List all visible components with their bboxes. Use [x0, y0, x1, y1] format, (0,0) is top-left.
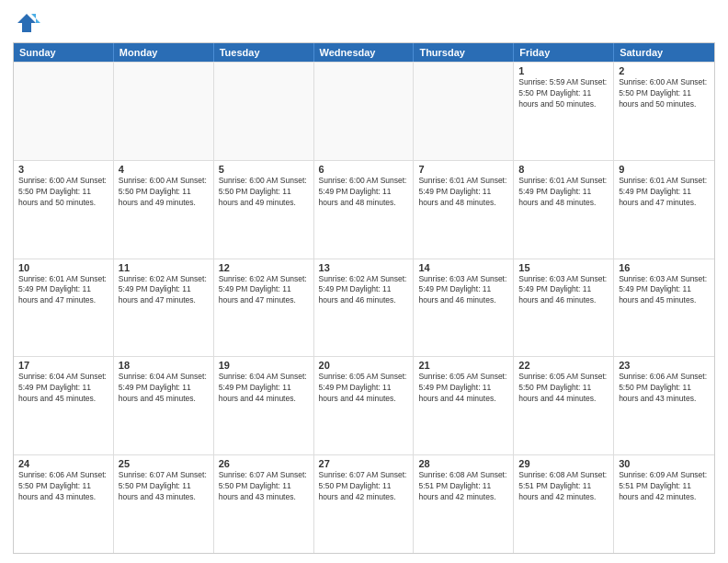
day-number: 5 — [219, 164, 309, 175]
header — [13, 9, 715, 37]
weekday-header: Monday — [114, 43, 214, 62]
calendar-cell: 25Sunrise: 6:07 AM Sunset: 5:50 PM Dayli… — [114, 455, 214, 553]
calendar-cell: 27Sunrise: 6:07 AM Sunset: 5:50 PM Dayli… — [314, 455, 415, 553]
day-info: Sunrise: 6:03 AM Sunset: 5:49 PM Dayligh… — [418, 274, 508, 307]
weekday-header: Thursday — [414, 43, 514, 62]
day-info: Sunrise: 6:04 AM Sunset: 5:49 PM Dayligh… — [119, 372, 209, 405]
day-number: 15 — [518, 262, 609, 273]
calendar-cell — [14, 63, 114, 160]
calendar: SundayMondayTuesdayWednesdayThursdayFrid… — [13, 42, 715, 554]
day-info: Sunrise: 6:02 AM Sunset: 5:49 PM Dayligh… — [219, 274, 309, 307]
weekday-header: Sunday — [14, 43, 114, 62]
calendar-cell: 21Sunrise: 6:05 AM Sunset: 5:49 PM Dayli… — [414, 357, 514, 454]
day-info: Sunrise: 6:07 AM Sunset: 5:50 PM Dayligh… — [119, 470, 209, 503]
day-info: Sunrise: 6:07 AM Sunset: 5:50 PM Dayligh… — [219, 470, 309, 503]
day-number: 9 — [619, 164, 710, 175]
day-number: 12 — [219, 262, 309, 273]
day-number: 13 — [319, 262, 409, 273]
calendar-row: 17Sunrise: 6:04 AM Sunset: 5:49 PM Dayli… — [14, 356, 714, 454]
calendar-cell: 29Sunrise: 6:08 AM Sunset: 5:51 PM Dayli… — [514, 455, 614, 553]
calendar-cell: 16Sunrise: 6:03 AM Sunset: 5:49 PM Dayli… — [614, 259, 714, 357]
day-info: Sunrise: 6:01 AM Sunset: 5:49 PM Dayligh… — [518, 176, 609, 209]
calendar-body: 1Sunrise: 5:59 AM Sunset: 5:50 PM Daylig… — [14, 62, 714, 553]
calendar-cell: 18Sunrise: 6:04 AM Sunset: 5:49 PM Dayli… — [114, 357, 214, 454]
calendar-row: 10Sunrise: 6:01 AM Sunset: 5:49 PM Dayli… — [14, 259, 714, 357]
day-number: 27 — [319, 458, 409, 469]
calendar-cell — [414, 63, 514, 160]
day-number: 1 — [518, 65, 609, 76]
day-info: Sunrise: 6:06 AM Sunset: 5:50 PM Dayligh… — [619, 372, 710, 405]
day-info: Sunrise: 6:01 AM Sunset: 5:49 PM Dayligh… — [418, 176, 508, 209]
day-number: 29 — [518, 458, 609, 469]
day-info: Sunrise: 6:02 AM Sunset: 5:49 PM Dayligh… — [319, 274, 409, 307]
calendar-cell: 9Sunrise: 6:01 AM Sunset: 5:49 PM Daylig… — [614, 161, 714, 259]
day-number: 21 — [418, 360, 508, 371]
day-number: 8 — [518, 164, 609, 175]
calendar-cell: 5Sunrise: 6:00 AM Sunset: 5:50 PM Daylig… — [214, 161, 314, 259]
calendar-header: SundayMondayTuesdayWednesdayThursdayFrid… — [14, 43, 714, 62]
calendar-cell — [114, 63, 214, 160]
calendar-cell: 3Sunrise: 6:00 AM Sunset: 5:50 PM Daylig… — [14, 161, 114, 259]
calendar-cell: 10Sunrise: 6:01 AM Sunset: 5:49 PM Dayli… — [14, 259, 114, 357]
day-info: Sunrise: 6:00 AM Sunset: 5:50 PM Dayligh… — [119, 176, 209, 209]
logo-icon — [13, 9, 40, 37]
day-info: Sunrise: 6:07 AM Sunset: 5:50 PM Dayligh… — [319, 470, 409, 503]
day-number: 23 — [619, 360, 710, 371]
day-number: 25 — [119, 458, 209, 469]
day-number: 22 — [518, 360, 609, 371]
day-info: Sunrise: 6:08 AM Sunset: 5:51 PM Dayligh… — [418, 470, 508, 503]
day-info: Sunrise: 6:00 AM Sunset: 5:50 PM Dayligh… — [219, 176, 309, 209]
weekday-header: Saturday — [614, 43, 714, 62]
calendar-cell: 30Sunrise: 6:09 AM Sunset: 5:51 PM Dayli… — [614, 455, 714, 553]
page: SundayMondayTuesdayWednesdayThursdayFrid… — [0, 0, 728, 563]
calendar-cell: 4Sunrise: 6:00 AM Sunset: 5:50 PM Daylig… — [114, 161, 214, 259]
calendar-cell: 23Sunrise: 6:06 AM Sunset: 5:50 PM Dayli… — [614, 357, 714, 454]
day-number: 10 — [18, 262, 108, 273]
day-info: Sunrise: 6:00 AM Sunset: 5:50 PM Dayligh… — [18, 176, 108, 209]
day-number: 14 — [418, 262, 508, 273]
day-number: 3 — [18, 164, 108, 175]
day-number: 20 — [319, 360, 409, 371]
day-info: Sunrise: 6:03 AM Sunset: 5:49 PM Dayligh… — [619, 274, 710, 307]
day-info: Sunrise: 6:09 AM Sunset: 5:51 PM Dayligh… — [619, 470, 710, 503]
calendar-cell: 26Sunrise: 6:07 AM Sunset: 5:50 PM Dayli… — [214, 455, 314, 553]
calendar-cell: 8Sunrise: 6:01 AM Sunset: 5:49 PM Daylig… — [514, 161, 614, 259]
weekday-header: Friday — [514, 43, 614, 62]
logo — [13, 9, 44, 37]
weekday-header: Tuesday — [214, 43, 314, 62]
calendar-cell: 20Sunrise: 6:05 AM Sunset: 5:49 PM Dayli… — [314, 357, 415, 454]
day-number: 30 — [619, 458, 710, 469]
calendar-cell: 14Sunrise: 6:03 AM Sunset: 5:49 PM Dayli… — [414, 259, 514, 357]
day-number: 26 — [219, 458, 309, 469]
calendar-row: 3Sunrise: 6:00 AM Sunset: 5:50 PM Daylig… — [14, 160, 714, 259]
calendar-cell: 6Sunrise: 6:00 AM Sunset: 5:49 PM Daylig… — [314, 161, 415, 259]
calendar-cell: 17Sunrise: 6:04 AM Sunset: 5:49 PM Dayli… — [14, 357, 114, 454]
day-number: 11 — [119, 262, 209, 273]
day-info: Sunrise: 6:06 AM Sunset: 5:50 PM Dayligh… — [18, 470, 108, 503]
calendar-cell: 28Sunrise: 6:08 AM Sunset: 5:51 PM Dayli… — [414, 455, 514, 553]
day-number: 17 — [18, 360, 108, 371]
day-info: Sunrise: 6:05 AM Sunset: 5:49 PM Dayligh… — [418, 372, 508, 405]
day-info: Sunrise: 5:59 AM Sunset: 5:50 PM Dayligh… — [518, 77, 609, 110]
day-number: 28 — [418, 458, 508, 469]
day-info: Sunrise: 6:02 AM Sunset: 5:49 PM Dayligh… — [119, 274, 209, 307]
day-number: 2 — [619, 65, 710, 76]
day-number: 6 — [319, 164, 409, 175]
day-info: Sunrise: 6:01 AM Sunset: 5:49 PM Dayligh… — [18, 274, 108, 307]
calendar-row: 1Sunrise: 5:59 AM Sunset: 5:50 PM Daylig… — [14, 62, 714, 160]
day-info: Sunrise: 6:05 AM Sunset: 5:49 PM Dayligh… — [319, 372, 409, 405]
calendar-cell: 2Sunrise: 6:00 AM Sunset: 5:50 PM Daylig… — [614, 63, 714, 160]
day-number: 16 — [619, 262, 710, 273]
calendar-cell: 11Sunrise: 6:02 AM Sunset: 5:49 PM Dayli… — [114, 259, 214, 357]
day-number: 24 — [18, 458, 108, 469]
day-number: 19 — [219, 360, 309, 371]
day-info: Sunrise: 6:03 AM Sunset: 5:49 PM Dayligh… — [518, 274, 609, 307]
calendar-cell: 13Sunrise: 6:02 AM Sunset: 5:49 PM Dayli… — [314, 259, 415, 357]
day-info: Sunrise: 6:00 AM Sunset: 5:49 PM Dayligh… — [319, 176, 409, 209]
day-number: 4 — [119, 164, 209, 175]
calendar-cell: 24Sunrise: 6:06 AM Sunset: 5:50 PM Dayli… — [14, 455, 114, 553]
calendar-cell — [214, 63, 314, 160]
weekday-header: Wednesday — [314, 43, 415, 62]
day-number: 7 — [418, 164, 508, 175]
calendar-cell: 15Sunrise: 6:03 AM Sunset: 5:49 PM Dayli… — [514, 259, 614, 357]
